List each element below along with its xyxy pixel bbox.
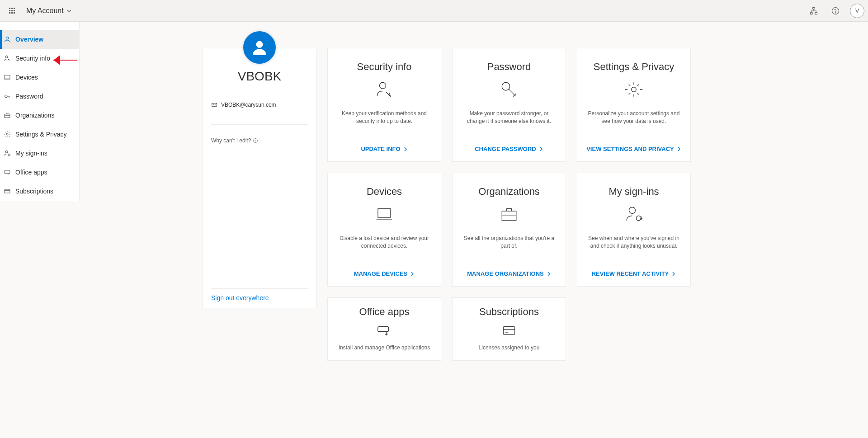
org-tree-button[interactable]: [807, 4, 821, 18]
tile-desc: Licenses assigned to you: [479, 344, 540, 352]
svg-rect-16: [212, 104, 217, 107]
nav-label: Subscriptions: [15, 188, 53, 195]
chevron-right-icon: [539, 147, 543, 151]
svg-point-4: [835, 12, 835, 13]
tile-security-info: Security info Keep your verification met…: [327, 48, 441, 162]
svg-rect-9: [5, 114, 10, 118]
svg-rect-1: [811, 12, 813, 14]
nav-overview[interactable]: Overview: [0, 30, 79, 49]
chevron-right-icon: [403, 147, 408, 151]
profile-avatar: [241, 29, 278, 66]
change-password-link[interactable]: CHANGE PASSWORD: [475, 146, 543, 152]
tile-desc: Keep your verification methods and secur…: [336, 110, 433, 125]
nav-organizations[interactable]: Organizations: [0, 106, 79, 125]
sidebar: Overview Security info Devices Password …: [0, 22, 80, 201]
nav-subscriptions[interactable]: Subscriptions: [0, 182, 79, 201]
key-icon: [500, 77, 519, 102]
nav-settings-privacy[interactable]: Settings & Privacy: [0, 125, 79, 144]
tile-title: My sign-ins: [609, 186, 659, 198]
tile-organizations: Organizations See all the organizations …: [452, 173, 566, 287]
topbar: My Account V: [0, 0, 868, 22]
tile-desc: See when and where you've signed in and …: [585, 235, 682, 250]
info-icon: [253, 138, 258, 143]
security-icon: [4, 55, 11, 62]
svg-rect-0: [813, 7, 815, 9]
nav-security-info[interactable]: Security info: [0, 49, 79, 68]
devices-icon: [4, 74, 11, 81]
avatar-initial: V: [855, 7, 859, 14]
nav-devices[interactable]: Devices: [0, 68, 79, 87]
my-account-dropdown[interactable]: My Account: [26, 7, 72, 15]
tile-title: Password: [487, 61, 531, 73]
chevron-down-icon: [66, 8, 72, 14]
tile-desc: Personalize your account settings and se…: [585, 110, 682, 125]
profile-name: VBOBK: [238, 69, 281, 84]
profile-email: VBOBK@carysun.com: [211, 102, 308, 108]
office-apps-icon: [376, 322, 393, 339]
tile-title: Subscriptions: [479, 306, 539, 318]
profile-card: VBOBK VBOBK@carysun.com Why can't I edit…: [203, 48, 316, 308]
signins-icon: [624, 202, 643, 226]
profile-edit-hint[interactable]: Why can't I edit?: [211, 137, 258, 144]
chevron-right-icon: [410, 272, 415, 276]
user-avatar[interactable]: V: [850, 4, 864, 18]
svg-rect-7: [5, 75, 10, 79]
tile-desc: Make your password stronger, or change i…: [461, 110, 557, 125]
review-activity-link[interactable]: REVIEW RECENT ACTIVITY: [592, 270, 676, 277]
svg-point-20: [632, 87, 637, 92]
svg-point-5: [6, 37, 8, 39]
svg-rect-22: [502, 211, 516, 221]
svg-rect-25: [378, 327, 389, 332]
card-icon: [4, 188, 11, 195]
security-icon: [375, 77, 394, 102]
help-button[interactable]: [828, 4, 843, 18]
chevron-right-icon: [677, 147, 681, 151]
office-icon: [4, 169, 11, 176]
nav-label: Devices: [15, 74, 38, 81]
svg-rect-21: [378, 209, 391, 217]
tile-my-signins: My sign-ins See when and where you've si…: [577, 173, 691, 287]
svg-rect-2: [815, 12, 817, 14]
svg-point-6: [5, 56, 8, 58]
briefcase-icon: [500, 202, 519, 226]
tile-title: Devices: [367, 186, 402, 198]
nav-label: Overview: [15, 36, 43, 43]
person-icon: [4, 36, 11, 43]
main-content: VBOBK VBOBK@carysun.com Why can't I edit…: [80, 22, 868, 438]
svg-point-18: [380, 82, 386, 89]
tile-title: Office apps: [359, 306, 410, 318]
tile-title: Security info: [357, 61, 411, 73]
tile-settings-privacy: Settings & Privacy Personalize your acco…: [577, 48, 691, 162]
svg-rect-13: [5, 170, 10, 174]
update-info-link[interactable]: UPDATE INFO: [361, 146, 407, 152]
svg-rect-14: [5, 189, 10, 193]
tile-desc: See all the organizations that you're a …: [461, 235, 557, 250]
page-title: My Account: [26, 7, 64, 15]
mail-icon: [211, 102, 217, 108]
nav-label: Organizations: [15, 112, 54, 119]
sign-out-everywhere-link[interactable]: Sign out everywhere: [211, 294, 269, 301]
view-settings-privacy-link[interactable]: VIEW SETTINGS AND PRIVACY: [586, 146, 681, 152]
svg-rect-26: [503, 327, 514, 334]
tile-subscriptions: Subscriptions Licenses assigned to you: [452, 297, 566, 361]
signins-icon: [4, 150, 11, 157]
briefcase-icon: [4, 112, 11, 119]
nav-password[interactable]: Password: [0, 87, 79, 106]
svg-point-15: [256, 41, 263, 48]
nav-label: My sign-ins: [15, 150, 47, 157]
manage-organizations-link[interactable]: MANAGE ORGANIZATIONS: [467, 270, 551, 277]
nav-label: Office apps: [15, 169, 47, 176]
svg-point-8: [5, 95, 7, 97]
svg-point-11: [5, 151, 8, 153]
gear-icon: [624, 77, 643, 102]
app-launcher-button[interactable]: [4, 3, 20, 19]
tile-title: Organizations: [478, 186, 540, 198]
tile-title: Settings & Privacy: [594, 61, 675, 73]
key-icon: [4, 93, 11, 100]
nav-my-signins[interactable]: My sign-ins: [0, 144, 79, 163]
nav-office-apps[interactable]: Office apps: [0, 163, 79, 182]
manage-devices-link[interactable]: MANAGE DEVICES: [354, 270, 415, 277]
svg-point-23: [629, 207, 636, 213]
tile-devices: Devices Disable a lost device and review…: [327, 173, 441, 287]
tile-password: Password Make your password stronger, or…: [452, 48, 566, 162]
